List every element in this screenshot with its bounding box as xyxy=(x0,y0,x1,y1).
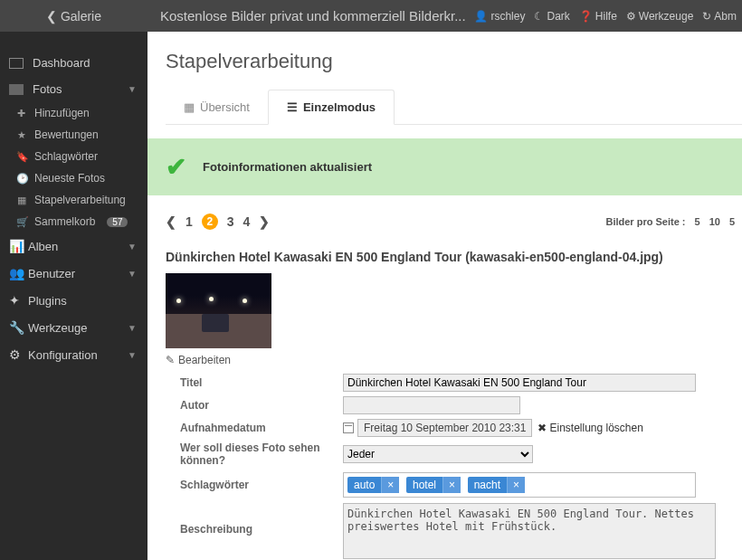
page-4[interactable]: 4 xyxy=(243,214,251,229)
chevron-down-icon: ▼ xyxy=(128,84,137,94)
remove-tag-icon[interactable]: × xyxy=(442,477,461,493)
back-to-gallery[interactable]: ❮ Galerie xyxy=(0,9,147,24)
tag-auto: auto× xyxy=(347,477,399,493)
page-1[interactable]: 1 xyxy=(186,214,193,229)
tag-icon: 🔖 xyxy=(16,151,26,163)
image-icon xyxy=(9,84,24,95)
delete-setting-link[interactable]: ✖ Einstellung löschen xyxy=(537,422,642,434)
nav-fotos[interactable]: Fotos ▼ xyxy=(0,76,147,102)
date-input[interactable]: Freitag 10 September 2010 23:31 xyxy=(357,419,532,437)
help-link[interactable]: ❓Hilfe xyxy=(579,10,617,23)
site-title: Kostenlose Bilder privat und kommerziell… xyxy=(147,8,474,24)
nav-plugins[interactable]: ✦ Plugins xyxy=(0,287,147,314)
basket-count-badge: 57 xyxy=(107,217,128,227)
title-input[interactable] xyxy=(343,374,696,392)
chevron-down-icon: ▼ xyxy=(128,242,137,252)
visibility-select[interactable]: Jeder xyxy=(343,445,533,463)
remove-tag-icon[interactable]: × xyxy=(381,477,399,493)
description-textarea[interactable] xyxy=(343,503,716,559)
title-label: Titel xyxy=(180,376,343,389)
chevron-down-icon: ▼ xyxy=(128,350,137,360)
chevron-down-icon: ▼ xyxy=(128,269,137,279)
dark-mode-toggle[interactable]: ☾Dark xyxy=(534,10,569,23)
nav-batch[interactable]: ▦Stapelverarbeitung xyxy=(0,189,147,211)
alert-text: Fotoinformationen aktualisiert xyxy=(203,160,372,174)
wrench-icon: 🔧 xyxy=(9,320,19,335)
tag-hotel: hotel× xyxy=(406,477,461,493)
perpage-5b[interactable]: 5 xyxy=(729,216,735,227)
page-prev[interactable]: ❮ xyxy=(166,214,176,229)
star-icon: ★ xyxy=(16,129,26,141)
nav-dashboard[interactable]: Dashboard xyxy=(0,50,147,76)
plus-icon: ✚ xyxy=(16,108,26,119)
nav-basket[interactable]: 🛒Sammelkorb57 xyxy=(0,211,147,233)
nav-albums[interactable]: 📊 Alben ▼ xyxy=(0,233,147,260)
date-label: Aufnahmedatum xyxy=(180,422,343,434)
page-2-current[interactable]: 2 xyxy=(202,214,218,230)
user-link[interactable]: 👤rschley xyxy=(474,10,525,23)
pagination: ❮ 1 2 3 4 ❯ xyxy=(166,214,270,230)
description-label: Beschreibung xyxy=(180,503,343,536)
nav-newest[interactable]: 🕑Neueste Fotos xyxy=(0,167,147,189)
grid-icon: ▦ xyxy=(16,195,26,206)
sitemap-icon: 📊 xyxy=(9,239,19,253)
gear-icon: ⚙ xyxy=(9,347,19,362)
edit-link[interactable]: ✎ Bearbeiten xyxy=(166,354,742,366)
chevron-down-icon: ▼ xyxy=(128,323,137,333)
tags-input[interactable]: auto× hotel× nacht× xyxy=(343,472,696,498)
tag-nacht: nacht× xyxy=(468,477,525,493)
back-label: Galerie xyxy=(61,9,101,24)
users-icon: 👥 xyxy=(9,266,19,280)
nav-users[interactable]: 👥 Benutzer ▼ xyxy=(0,260,147,287)
tools-link[interactable]: ⚙Werkzeuge xyxy=(626,10,693,23)
page-3[interactable]: 3 xyxy=(227,214,234,229)
nav-ratings[interactable]: ★Bewertungen xyxy=(0,124,147,146)
nav-add[interactable]: ✚Hinzufügen xyxy=(0,102,147,124)
author-input[interactable] xyxy=(343,396,520,414)
perpage-10[interactable]: 10 xyxy=(709,216,720,227)
tab-single[interactable]: ☰ Einzelmodus xyxy=(268,90,395,125)
page-next[interactable]: ❯ xyxy=(259,214,270,229)
tags-label: Schlagwörter xyxy=(180,479,343,491)
tab-overview[interactable]: ▦ Übersicht xyxy=(166,90,268,124)
nav-config[interactable]: ⚙ Konfiguration ▼ xyxy=(0,341,147,368)
sidebar: Dashboard Fotos ▼ ✚Hinzufügen ★Bewertung… xyxy=(0,32,147,560)
cart-icon: 🛒 xyxy=(16,216,26,228)
nav-tags[interactable]: 🔖Schlagwörter xyxy=(0,146,147,167)
success-alert: ✔ Fotoinformationen aktualisiert xyxy=(147,138,742,195)
puzzle-icon: ✦ xyxy=(9,293,19,308)
author-label: Autor xyxy=(180,399,343,412)
calendar-icon[interactable] xyxy=(343,422,354,433)
clock-icon: 🕑 xyxy=(16,173,26,185)
logout-link[interactable]: ↻Abm xyxy=(702,10,737,23)
remove-tag-icon[interactable]: × xyxy=(507,477,525,493)
visibility-label: Wer soll dieses Foto sehen können? xyxy=(180,441,343,467)
per-page: Bilder pro Seite : 5 10 5 xyxy=(605,216,735,227)
perpage-5a[interactable]: 5 xyxy=(695,216,700,227)
page-title: Stapelverarbeitung xyxy=(147,32,742,90)
photo-title: Dünkirchen Hotel Kawasaki EN 500 England… xyxy=(160,241,742,273)
monitor-icon xyxy=(9,58,24,69)
nav-tools[interactable]: 🔧 Werkzeuge ▼ xyxy=(0,314,147,341)
check-icon: ✔ xyxy=(166,152,186,182)
photo-thumbnail[interactable] xyxy=(166,273,271,348)
